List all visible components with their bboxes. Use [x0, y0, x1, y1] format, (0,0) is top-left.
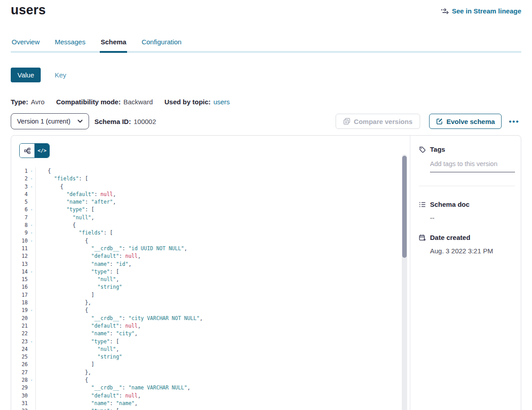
- line-number: 15: [11, 276, 28, 283]
- code-editor: 1▾ {2▾ "fields": [3▾ {4 "default": null,…: [11, 167, 410, 410]
- code-text: "type": [: [36, 206, 94, 214]
- fold-gutter: [28, 191, 36, 198]
- code-line: 24 "null",: [11, 346, 410, 353]
- code-line: 32▾ "type": [: [11, 407, 410, 410]
- schema-id-label: Schema ID:: [94, 118, 131, 125]
- code-text: "name": "name",: [36, 400, 138, 407]
- code-lines: 1▾ {2▾ "fields": [3▾ {4 "default": null,…: [11, 167, 410, 410]
- scrollbar-track[interactable]: [402, 154, 407, 410]
- line-number: 20: [11, 315, 28, 322]
- fold-toggle-icon[interactable]: ▾: [28, 237, 36, 245]
- fold-toggle-icon[interactable]: ▾: [28, 376, 36, 384]
- fold-toggle-icon[interactable]: ▾: [28, 167, 36, 175]
- code-line: 21 "default": null,: [11, 322, 410, 330]
- page-header: users See in Stream lineage: [11, 0, 521, 17]
- line-number: 23: [11, 338, 28, 346]
- code-line: 25 "string": [11, 353, 410, 361]
- line-number: 8: [11, 222, 28, 229]
- line-number: 12: [11, 252, 28, 260]
- code-pane: </> 1▾ {2▾ "fields": [3▾ {4 "default": n…: [11, 136, 410, 410]
- schema-sidebar: Tags Schema doc --: [410, 136, 521, 410]
- tab-configuration[interactable]: Configuration: [140, 38, 182, 53]
- topic-link[interactable]: users: [213, 98, 230, 106]
- compare-versions-icon: [343, 118, 350, 125]
- schema-meta: Type: Avro Compatibility mode: Backward …: [11, 98, 521, 106]
- code-text: "string": [36, 353, 122, 361]
- line-number: 3: [11, 183, 28, 191]
- code-text: "type": [: [36, 268, 119, 276]
- line-number: 4: [11, 191, 28, 198]
- code-view-button[interactable]: </>: [34, 144, 49, 158]
- fold-gutter: [28, 252, 36, 260]
- tab-bar: OverviewMessagesSchemaConfiguration: [11, 38, 521, 53]
- fold-toggle-icon[interactable]: ▾: [28, 222, 36, 229]
- fold-gutter: [28, 315, 36, 322]
- code-text: "name": "after",: [36, 198, 116, 206]
- value-toggle-button[interactable]: Value: [11, 68, 41, 82]
- line-number: 19: [11, 307, 28, 314]
- schema-panel: </> 1▾ {2▾ "fields": [3▾ {4 "default": n…: [11, 135, 521, 410]
- tab-messages[interactable]: Messages: [54, 38, 86, 53]
- fold-toggle-icon[interactable]: ▾: [28, 407, 36, 410]
- code-line: 18 },: [11, 299, 410, 307]
- code-line: 5 "name": "after",: [11, 198, 410, 206]
- fold-toggle-icon[interactable]: ▾: [28, 338, 36, 346]
- code-text: {: [36, 222, 76, 229]
- fold-toggle-icon[interactable]: ▾: [28, 268, 36, 276]
- tree-view-button[interactable]: [20, 144, 34, 158]
- fold-toggle-icon[interactable]: ▾: [28, 175, 36, 183]
- code-text: {: [36, 237, 88, 245]
- tab-overview[interactable]: Overview: [11, 38, 41, 53]
- line-number: 21: [11, 322, 28, 330]
- stream-lineage-label: See in Stream lineage: [452, 7, 521, 15]
- code-text: {: [36, 183, 63, 191]
- fold-gutter: [28, 322, 36, 330]
- stream-lineage-icon: [441, 8, 449, 14]
- fold-gutter: [28, 392, 36, 400]
- code-text: "name": "id",: [36, 261, 132, 268]
- code-line: 23▾ "type": [: [11, 338, 410, 346]
- evolve-schema-button[interactable]: Evolve schema: [429, 114, 502, 129]
- fold-toggle-icon[interactable]: ▾: [28, 183, 36, 191]
- code-line: 16 "string": [11, 283, 410, 291]
- scrollbar-thumb[interactable]: [402, 156, 407, 258]
- line-number: 29: [11, 384, 28, 392]
- schema-doc-heading: Schema doc: [419, 201, 515, 208]
- code-text: "null",: [36, 276, 119, 283]
- code-text: "__crdb__": "city VARCHAR NOT NULL",: [36, 315, 203, 322]
- fold-gutter: [28, 214, 36, 222]
- code-line: 15 "null",: [11, 276, 410, 283]
- code-text: {: [36, 167, 51, 175]
- tree-view-icon: [24, 148, 30, 154]
- tags-input[interactable]: [430, 158, 515, 172]
- tab-schema[interactable]: Schema: [100, 38, 128, 53]
- code-text: ]: [36, 291, 94, 299]
- key-toggle-button[interactable]: Key: [52, 71, 69, 79]
- fold-toggle-icon[interactable]: ▾: [28, 307, 36, 314]
- stream-lineage-link[interactable]: See in Stream lineage: [441, 7, 521, 15]
- line-number: 31: [11, 400, 28, 407]
- more-options-button[interactable]: •••: [507, 118, 521, 125]
- line-number: 28: [11, 376, 28, 384]
- code-text: "name": "city",: [36, 330, 138, 337]
- compatibility-value: Backward: [123, 98, 153, 106]
- line-number: 14: [11, 268, 28, 276]
- fold-toggle-icon[interactable]: ▾: [28, 206, 36, 214]
- code-line: 1▾ {: [11, 167, 410, 175]
- code-line: 22 "name": "city",: [11, 330, 410, 337]
- line-number: 30: [11, 392, 28, 400]
- compatibility-label: Compatibility mode:: [56, 98, 120, 106]
- code-line: 27 },: [11, 369, 410, 376]
- line-number: 2: [11, 175, 28, 183]
- code-text: "__crdb__": "id UUID NOT NULL",: [36, 245, 187, 252]
- fold-gutter: [28, 261, 36, 268]
- fold-toggle-icon[interactable]: ▾: [28, 229, 36, 237]
- schema-id-value: 100002: [134, 118, 156, 125]
- compare-versions-button[interactable]: Compare versions: [336, 114, 420, 129]
- version-select[interactable]: Version 1 (current): [11, 113, 89, 129]
- code-text: "__crdb__": "name VARCHAR NULL",: [36, 384, 190, 392]
- line-number: 6: [11, 206, 28, 214]
- code-text: "default": null,: [36, 392, 141, 400]
- fold-gutter: [28, 369, 36, 376]
- topic-label: Used by topic:: [165, 98, 211, 106]
